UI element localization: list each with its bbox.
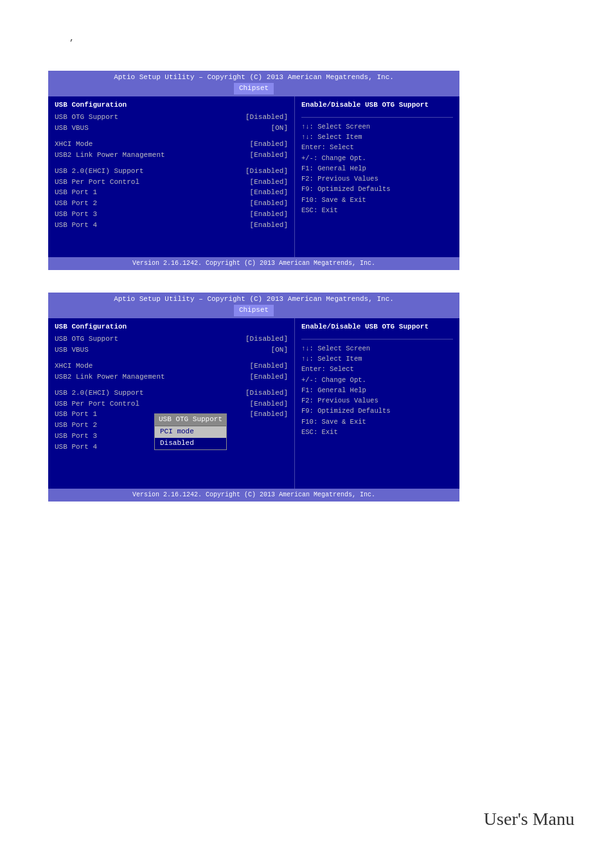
config-row: USB Port 1 [Enabled]	[55, 188, 288, 198]
config-row: USB Per Port Control [Enabled]	[55, 177, 288, 188]
bios-left-2: USB Configuration USB OTG Support [Disab…	[48, 318, 295, 502]
bios-footer-1: Version 2.16.1242. Copyright (C) 2013 Am…	[48, 257, 459, 271]
chipset-tab-2[interactable]: Chipset	[234, 305, 274, 316]
bios-header-text-2: Aptio Setup Utility – Copyright (C) 2013…	[114, 295, 394, 303]
bios-body-2: USB Configuration USB OTG Support [Disab…	[48, 318, 459, 502]
help-title-1: Enable/Disable USB OTG Support	[301, 100, 453, 111]
bios-right-1: Enable/Disable USB OTG Support ↑↓: Selec…	[295, 96, 459, 270]
config-row: USB 2.0(EHCI) Support [Disabled]	[55, 388, 288, 399]
dropdown-popup[interactable]: USB OTG Support PCI mode Disabled	[154, 413, 227, 450]
dropdown-title: USB OTG Support	[155, 414, 226, 426]
help-title-2: Enable/Disable USB OTG Support	[301, 322, 453, 332]
config-row: USB Per Port Control [Enabled]	[55, 399, 288, 410]
bios-panel-1: Aptio Setup Utility – Copyright (C) 2013…	[48, 71, 459, 270]
config-row: USB VBUS [ON]	[55, 345, 288, 356]
bios-panel-2: Aptio Setup Utility – Copyright (C) 2013…	[48, 293, 459, 502]
bios-header-1: Aptio Setup Utility – Copyright (C) 2013…	[48, 71, 459, 96]
keys-section-1: ↑↓: Select Screen ↑↓: Select Item Enter:…	[301, 117, 453, 215]
config-row: XHCI Mode [Enabled]	[55, 361, 288, 372]
config-row: USB2 Link Power Management [Enabled]	[55, 372, 288, 383]
config-row: USB OTG Support [Disabled]	[55, 113, 288, 123]
bios-header-text-1: Aptio Setup Utility – Copyright (C) 2013…	[114, 73, 394, 81]
config-row: USB Port 4 [Enabled]	[55, 221, 288, 231]
keys-section-2: ↑↓: Select Screen ↑↓: Select Item Enter:…	[301, 339, 453, 437]
config-row: USB Port 3 [Enabled]	[55, 210, 288, 220]
bios-body-1: USB Configuration USB OTG Support [Disab…	[48, 96, 459, 270]
dropdown-item-pci[interactable]: PCI mode	[155, 426, 226, 438]
config-row: USB2 Link Power Management [Enabled]	[55, 150, 288, 161]
config-row: USB 2.0(EHCI) Support [Disabled]	[55, 167, 288, 177]
chipset-tab-1[interactable]: Chipset	[234, 83, 274, 95]
bios-left-1: USB Configuration USB OTG Support [Disab…	[48, 96, 295, 270]
dropdown-item-disabled[interactable]: Disabled	[155, 438, 226, 449]
bios-footer-2: Version 2.16.1242. Copyright (C) 2013 Am…	[48, 489, 459, 502]
section-title-1: USB Configuration	[55, 100, 288, 111]
top-mark: ,	[69, 33, 75, 43]
bios-right-2: Enable/Disable USB OTG Support ↑↓: Selec…	[295, 318, 459, 502]
config-row: USB Port 2 [Enabled]	[55, 199, 288, 209]
config-row: USB OTG Support [Disabled]	[55, 334, 288, 345]
page-container: , Aptio Setup Utility – Copyright (C) 20…	[0, 0, 613, 868]
users-manual-label: User's Manu	[484, 809, 574, 829]
config-row: XHCI Mode [Enabled]	[55, 140, 288, 150]
config-row: USB VBUS [ON]	[55, 123, 288, 134]
bios-header-2: Aptio Setup Utility – Copyright (C) 2013…	[48, 293, 459, 318]
section-title-2: USB Configuration	[55, 322, 288, 332]
